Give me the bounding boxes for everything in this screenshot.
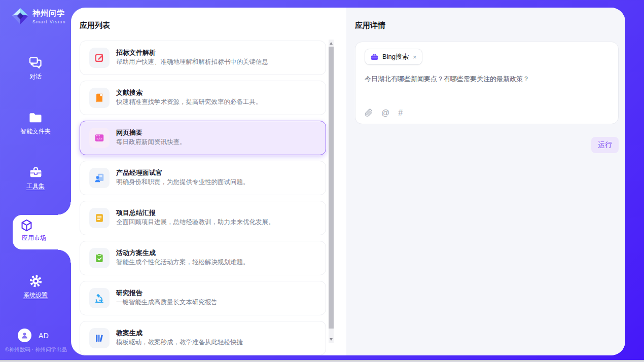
- chat-icon: [28, 56, 43, 70]
- edit-square-icon: [89, 48, 110, 68]
- app-description: 每日政府新闻资讯快查。: [116, 138, 186, 147]
- briefcase-icon: [370, 53, 379, 61]
- app-detail-title: 应用详情: [355, 21, 385, 30]
- list-item[interactable]: 产品经理面试官明确身份和职责，为您提供专业性的面试问题。: [80, 161, 326, 195]
- app-list-panel: 应用列表 招标文件解析帮助用户快速、准确地理解和解析招标书中的关键信息 文献搜索…: [71, 8, 346, 355]
- brand-name: 神州问学: [32, 9, 66, 18]
- user-profile[interactable]: AD: [18, 329, 49, 342]
- scroll-up-arrow[interactable]: [329, 40, 334, 47]
- app-name: 产品经理面试官: [116, 168, 162, 177]
- avatar: [18, 329, 31, 342]
- cube-icon: [20, 219, 33, 232]
- list-item[interactable]: 研究报告一键智能生成高质量长文本研究报告: [80, 281, 326, 315]
- sidebar-item-label: 应用市场: [13, 234, 55, 242]
- app-description: 模板驱动，教案秒成，教学准备从此轻松快捷: [116, 338, 243, 347]
- list-item[interactable]: 教案生成模板驱动，教案秒成，教学准备从此轻松快捷: [80, 321, 326, 355]
- person-doc-icon: [89, 168, 110, 188]
- paperclip-icon[interactable]: [365, 108, 373, 117]
- hashtag-icon[interactable]: #: [398, 109, 403, 117]
- run-button[interactable]: 运行: [591, 137, 619, 153]
- sidebar-item-smart-folders[interactable]: 智能文件夹: [0, 111, 71, 136]
- gear-icon: [28, 274, 43, 288]
- remove-tag-icon[interactable]: ×: [413, 53, 417, 61]
- app-list-scrollbar[interactable]: [329, 40, 334, 343]
- prompt-text[interactable]: 今日湖北有哪些新闻要点？有哪些需要关注的最新政策？: [365, 74, 608, 84]
- book-icon: [89, 88, 110, 108]
- window-bottom-edge: [0, 360, 644, 362]
- app-name: 教案生成: [116, 329, 142, 338]
- browser-code-icon: </>: [89, 128, 110, 148]
- user-initials: AD: [39, 332, 49, 340]
- books-icon: [89, 328, 110, 348]
- app-name: 项目总结汇报: [116, 208, 156, 218]
- list-item[interactable]: 文献搜索快速精准查找学术资源，提高研究效率的必备工具。: [80, 81, 326, 115]
- app-description: 快速精准查找学术资源，提高研究效率的必备工具。: [116, 98, 262, 106]
- app-description: 明确身份和职责，为您提供专业性的面试问题。: [116, 178, 249, 187]
- main-content: 应用列表 招标文件解析帮助用户快速、准确地理解和解析招标书中的关键信息 文献搜索…: [71, 8, 625, 355]
- app-name: 活动方案生成: [116, 248, 156, 258]
- mention-icon[interactable]: @: [381, 109, 389, 117]
- app-window-frame: 神州问学 Smart Vision 对话 智能文件夹 工具: [0, 0, 644, 360]
- person-icon: [20, 331, 29, 340]
- composer-card[interactable]: Bing搜索 × 今日湖北有哪些新闻要点？有哪些需要关注的最新政策？ @ #: [355, 42, 619, 124]
- note-icon: [89, 208, 110, 228]
- app-description: 智能生成个性化活动方案，轻松解决规划难题。: [116, 258, 249, 267]
- brand-logo: 神州问学 Smart Vision: [11, 7, 66, 25]
- brand-text: 神州问学 Smart Vision: [32, 9, 66, 24]
- list-item[interactable]: 招标文件解析帮助用户快速、准确地理解和解析招标书中的关键信息: [80, 41, 326, 75]
- clipboard-check-icon: [89, 248, 110, 268]
- sidebar-item-system-settings[interactable]: 系统设置: [0, 274, 71, 300]
- active-item-curve-bottom: [58, 249, 71, 263]
- list-item[interactable]: 项目总结汇报全面回顾项目进展，总结经验教训，助力未来优化发展。: [80, 201, 326, 235]
- app-detail-panel: 应用详情 Bing搜索 × 今日湖北有哪些新闻要点？有哪些需要关注的最新政策？: [346, 8, 625, 355]
- app-name: 文献搜索: [116, 88, 142, 97]
- app-description: 帮助用户快速、准确地理解和解析招标书中的关键信息: [116, 58, 268, 66]
- tool-tag-bing-search[interactable]: Bing搜索 ×: [365, 49, 422, 65]
- sidebar-item-label: 工具集: [0, 182, 71, 191]
- sidebar-item-label: 系统设置: [0, 291, 71, 300]
- microscope-icon: [89, 288, 110, 308]
- app-name: 招标文件解析: [116, 48, 156, 57]
- toolbox-icon: [28, 165, 43, 179]
- app-list-scroll-area: 招标文件解析帮助用户快速、准确地理解和解析招标书中的关键信息 文献搜索快速精准查…: [71, 8, 346, 355]
- sidebar-item-chat[interactable]: 对话: [0, 56, 71, 81]
- scroll-down-arrow[interactable]: [329, 336, 334, 343]
- copyright-text: ©神州数码 · 神州问学出品: [3, 346, 69, 353]
- sidebar-item-label: 智能文件夹: [0, 127, 71, 136]
- sidebar-item-app-market[interactable]: 应用市场: [13, 215, 71, 249]
- app-name: 研究报告: [116, 288, 142, 298]
- app-name: 网页摘要: [116, 128, 142, 137]
- diamond-logo-icon: [11, 7, 29, 25]
- scrollbar-thumb[interactable]: [329, 47, 334, 329]
- app-description: 一键智能生成高质量长文本研究报告: [116, 298, 218, 307]
- composer-toolbar: @ #: [365, 108, 403, 117]
- app-description: 全面回顾项目进展，总结经验教训，助力未来优化发展。: [116, 218, 275, 227]
- active-item-curve-top: [58, 202, 71, 215]
- sidebar-item-toolset[interactable]: 工具集: [0, 165, 71, 191]
- brand-subtitle: Smart Vision: [32, 19, 66, 24]
- folder-icon: [28, 111, 43, 125]
- tool-tag-label: Bing搜索: [382, 52, 409, 61]
- list-item[interactable]: 活动方案生成智能生成个性化活动方案，轻松解决规划难题。: [80, 241, 326, 275]
- sidebar-item-label: 对话: [0, 73, 71, 81]
- list-item[interactable]: </>网页摘要每日政府新闻资讯快查。: [80, 121, 326, 155]
- sidebar: 神州问学 Smart Vision 对话 智能文件夹 工具: [0, 0, 71, 360]
- svg-text:</>: </>: [96, 137, 102, 141]
